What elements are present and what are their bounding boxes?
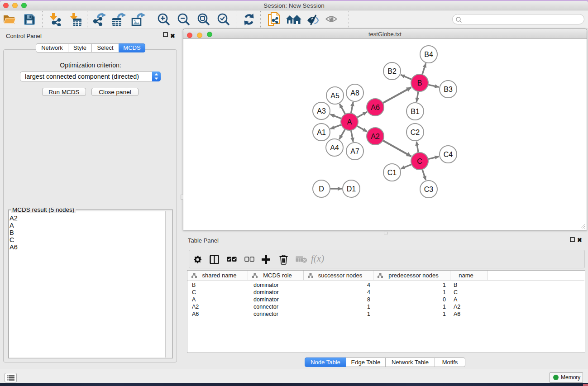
svg-text:B: B	[417, 79, 422, 87]
svg-text:A8: A8	[350, 89, 359, 97]
svg-text:C3: C3	[424, 186, 434, 193]
svg-text:C: C	[417, 157, 422, 165]
svg-text:B4: B4	[424, 51, 433, 58]
svg-text:C2: C2	[411, 129, 420, 136]
svg-text:A1: A1	[317, 129, 326, 136]
svg-text:A4: A4	[330, 144, 339, 152]
svg-text:C1: C1	[387, 169, 397, 176]
svg-text:B2: B2	[387, 67, 397, 75]
svg-text:D: D	[319, 185, 324, 193]
svg-text:A2: A2	[371, 133, 380, 140]
svg-text:B1: B1	[411, 108, 420, 115]
svg-text:D1: D1	[347, 185, 356, 193]
svg-text:A6: A6	[371, 104, 380, 111]
svg-text:A5: A5	[330, 92, 339, 100]
svg-text:A7: A7	[350, 148, 359, 155]
svg-text:A: A	[347, 118, 352, 126]
svg-text:C4: C4	[444, 151, 453, 158]
svg-text:A3: A3	[317, 107, 326, 115]
svg-text:B3: B3	[444, 86, 453, 93]
